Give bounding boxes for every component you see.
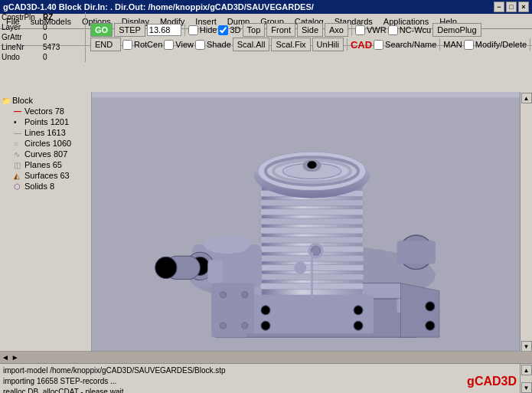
tree-item-solids[interactable]: ⬡ Solids 8 (2, 181, 90, 192)
planes-label: Planes 65 (24, 160, 62, 169)
cad-label: CAD (351, 39, 372, 51)
unhili-button[interactable]: UnHili (312, 38, 344, 51)
status-line-2: importing 16658 STEP-records ... (3, 376, 517, 387)
svg-point-32 (354, 306, 363, 315)
status-line-1: import-model /home/knoppix/gCAD3D/SAUVEG… (3, 365, 517, 376)
status-top-bar: ◄ ► (0, 352, 532, 364)
viewport-scrollbar-right[interactable]: ▲ ▼ (520, 92, 532, 352)
3d-model-view (92, 92, 532, 366)
status-scrollbar[interactable]: ▲ ▼ (520, 364, 532, 393)
svg-point-47 (242, 292, 248, 298)
svg-point-51 (426, 302, 435, 311)
3d-checkbox[interactable] (218, 25, 228, 35)
view-checkbox[interactable] (164, 40, 174, 50)
curves-label: Curves 807 (24, 149, 67, 159)
vectors-label: Vectors 78 (24, 106, 64, 116)
scalall-button[interactable]: Scal.All (233, 38, 270, 51)
vwr-checkbox[interactable] (355, 25, 365, 35)
surfaces-label: Surfaces 63 (24, 171, 70, 180)
surfaces-icon: ◭ (14, 172, 24, 180)
status-bar: ◄ ► import-model /home/knoppix/gCAD3D/SA… (0, 351, 532, 393)
constrpln-label: ConstrPln (2, 12, 41, 22)
end-button[interactable]: END (90, 38, 121, 51)
top-button[interactable]: Top (243, 23, 266, 37)
svg-rect-6 (260, 209, 364, 215)
scroll-down-button[interactable]: ▼ (521, 341, 532, 352)
rotcen-label: RotCen (134, 40, 162, 49)
svg-rect-5 (260, 200, 364, 206)
tree-item-curves[interactable]: ∿ Curves 807 (2, 149, 90, 159)
ncwcu-checkbox[interactable] (388, 25, 398, 35)
searchname-checkbox[interactable] (374, 40, 383, 50)
undo-label: Undo (2, 52, 41, 62)
front-button[interactable]: Front (266, 23, 295, 37)
maximize-button[interactable]: □ (506, 2, 517, 12)
svg-point-44 (160, 261, 172, 273)
lines-label: Lines 1613 (24, 128, 66, 137)
tree-item-points[interactable]: • Points 1201 (2, 116, 90, 127)
status-line-3: realloc DB_allocCDAT - please wait .. (3, 387, 517, 393)
axo-button[interactable]: Axo (325, 23, 348, 37)
folder-icon: 📁 (2, 97, 12, 105)
modifydelete-label: Modify/Delete (475, 40, 527, 49)
svg-rect-9 (260, 237, 364, 243)
svg-point-48 (220, 323, 226, 329)
side-button[interactable]: Side (297, 23, 323, 37)
tree-item-vectors[interactable]: — Vectors 78 (2, 106, 90, 116)
svg-point-31 (261, 306, 270, 315)
status-scroll-area: import-model /home/knoppix/gCAD3D/SAUVEG… (0, 364, 532, 393)
status-scroll-down-button[interactable]: ▼ (521, 382, 532, 393)
tree-block-label: Block (12, 96, 33, 105)
svg-rect-7 (260, 218, 364, 224)
status-scroll-up-button[interactable]: ▲ (521, 365, 532, 375)
minimize-button[interactable]: − (494, 2, 504, 12)
constrpln-value: RZ (43, 12, 53, 22)
rotcen-checkbox[interactable] (122, 40, 132, 50)
grattr-label: GrAttr (2, 32, 41, 42)
scroll-up-button[interactable]: ▲ (521, 93, 532, 103)
hide-checkbox[interactable] (188, 25, 198, 35)
tree-item-surfaces[interactable]: ◭ Surfaces 63 (2, 170, 90, 181)
svg-rect-8 (260, 228, 364, 234)
lines-icon: — (14, 129, 24, 137)
tree-item-lines[interactable]: — Lines 1613 (2, 127, 90, 138)
viewport[interactable]: ▲ ▼ ◄ ► (92, 92, 532, 366)
vwr-label: VWR (367, 25, 387, 34)
svg-point-23 (204, 235, 250, 254)
scalfix-button[interactable]: Scal.Fix (271, 38, 310, 51)
main-area: 📁 Block — Vectors 78 • Points 1201 — Lin… (0, 92, 532, 366)
modifydelete-checkbox[interactable] (464, 40, 474, 50)
tree-item-planes[interactable]: ◫ Planes 65 (2, 159, 90, 170)
points-icon: • (14, 118, 24, 126)
tree-item-circles[interactable]: ○ Circles 1060 (2, 138, 90, 149)
svg-rect-26 (207, 260, 223, 283)
undo-value: 0 (43, 52, 47, 62)
layer-label: Layer (2, 22, 41, 32)
step-input[interactable]: 13.68 (147, 24, 181, 36)
shade-label: Shade (207, 40, 231, 49)
hide-label: Hide (200, 25, 217, 34)
svg-point-33 (261, 321, 270, 330)
vectors-icon: — (14, 107, 24, 116)
view-label: View (175, 40, 194, 49)
points-label: Points 1201 (24, 117, 69, 126)
svg-point-49 (242, 323, 248, 329)
ncwcu-label: NC-Wcu (400, 25, 432, 34)
planes-icon: ◫ (14, 161, 24, 169)
circles-icon: ○ (14, 139, 24, 148)
solids-icon: ⬡ (14, 182, 24, 191)
sidebar: 📁 Block — Vectors 78 • Points 1201 — Lin… (0, 92, 92, 366)
demoplu1-button[interactable]: DemoPlug (432, 23, 481, 37)
go-button[interactable]: GO (90, 23, 113, 37)
window-controls: − □ × (494, 2, 529, 12)
status-text-area: import-model /home/knoppix/gCAD3D/SAUVEG… (0, 364, 520, 393)
layer-value: 0 (43, 22, 47, 32)
tree-item-block[interactable]: 📁 Block (2, 95, 90, 106)
gcad3d-logo: gCAD3D (467, 375, 517, 388)
close-button[interactable]: × (518, 2, 529, 12)
svg-point-41 (294, 261, 306, 273)
linenr-value: 5473 (43, 42, 60, 52)
shade-checkbox[interactable] (195, 40, 205, 50)
linenr-label: LineNr (2, 42, 41, 52)
step-button[interactable]: STEP (114, 23, 145, 37)
